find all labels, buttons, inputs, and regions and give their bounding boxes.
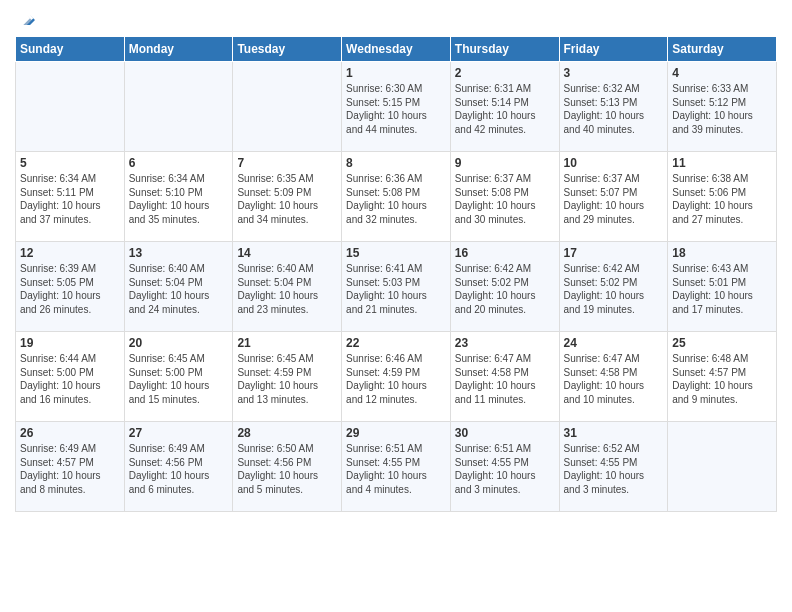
day-number: 27 [129,426,229,440]
calendar-cell: 13Sunrise: 6:40 AMSunset: 5:04 PMDayligh… [124,242,233,332]
day-details: Sunrise: 6:43 AMSunset: 5:01 PMDaylight:… [672,262,772,316]
day-header-sunday: Sunday [16,37,125,62]
day-number: 20 [129,336,229,350]
calendar-cell: 31Sunrise: 6:52 AMSunset: 4:55 PMDayligh… [559,422,668,512]
calendar-cell [124,62,233,152]
day-number: 23 [455,336,555,350]
day-details: Sunrise: 6:40 AMSunset: 5:04 PMDaylight:… [237,262,337,316]
calendar-cell: 22Sunrise: 6:46 AMSunset: 4:59 PMDayligh… [342,332,451,422]
calendar-cell: 26Sunrise: 6:49 AMSunset: 4:57 PMDayligh… [16,422,125,512]
day-details: Sunrise: 6:41 AMSunset: 5:03 PMDaylight:… [346,262,446,316]
calendar-cell: 9Sunrise: 6:37 AMSunset: 5:08 PMDaylight… [450,152,559,242]
day-number: 18 [672,246,772,260]
day-number: 3 [564,66,664,80]
calendar-cell: 16Sunrise: 6:42 AMSunset: 5:02 PMDayligh… [450,242,559,332]
calendar-cell: 10Sunrise: 6:37 AMSunset: 5:07 PMDayligh… [559,152,668,242]
day-details: Sunrise: 6:44 AMSunset: 5:00 PMDaylight:… [20,352,120,406]
day-number: 31 [564,426,664,440]
day-header-saturday: Saturday [668,37,777,62]
day-number: 30 [455,426,555,440]
day-details: Sunrise: 6:39 AMSunset: 5:05 PMDaylight:… [20,262,120,316]
calendar-cell [16,62,125,152]
calendar-cell: 23Sunrise: 6:47 AMSunset: 4:58 PMDayligh… [450,332,559,422]
calendar-cell: 15Sunrise: 6:41 AMSunset: 5:03 PMDayligh… [342,242,451,332]
calendar-cell: 25Sunrise: 6:48 AMSunset: 4:57 PMDayligh… [668,332,777,422]
day-number: 13 [129,246,229,260]
day-number: 17 [564,246,664,260]
logo-icon [15,10,35,30]
day-number: 10 [564,156,664,170]
day-details: Sunrise: 6:52 AMSunset: 4:55 PMDaylight:… [564,442,664,496]
day-number: 1 [346,66,446,80]
day-number: 9 [455,156,555,170]
day-details: Sunrise: 6:47 AMSunset: 4:58 PMDaylight:… [455,352,555,406]
day-number: 15 [346,246,446,260]
calendar-body: 1Sunrise: 6:30 AMSunset: 5:15 PMDaylight… [16,62,777,512]
day-number: 22 [346,336,446,350]
day-details: Sunrise: 6:51 AMSunset: 4:55 PMDaylight:… [346,442,446,496]
day-details: Sunrise: 6:30 AMSunset: 5:15 PMDaylight:… [346,82,446,136]
calendar-cell: 7Sunrise: 6:35 AMSunset: 5:09 PMDaylight… [233,152,342,242]
day-details: Sunrise: 6:45 AMSunset: 4:59 PMDaylight:… [237,352,337,406]
calendar-week-4: 19Sunrise: 6:44 AMSunset: 5:00 PMDayligh… [16,332,777,422]
calendar-week-5: 26Sunrise: 6:49 AMSunset: 4:57 PMDayligh… [16,422,777,512]
day-details: Sunrise: 6:46 AMSunset: 4:59 PMDaylight:… [346,352,446,406]
day-header-tuesday: Tuesday [233,37,342,62]
day-header-wednesday: Wednesday [342,37,451,62]
day-number: 12 [20,246,120,260]
day-details: Sunrise: 6:50 AMSunset: 4:56 PMDaylight:… [237,442,337,496]
day-number: 11 [672,156,772,170]
calendar-header: SundayMondayTuesdayWednesdayThursdayFrid… [16,37,777,62]
calendar-cell: 11Sunrise: 6:38 AMSunset: 5:06 PMDayligh… [668,152,777,242]
day-details: Sunrise: 6:40 AMSunset: 5:04 PMDaylight:… [129,262,229,316]
day-details: Sunrise: 6:33 AMSunset: 5:12 PMDaylight:… [672,82,772,136]
day-number: 8 [346,156,446,170]
calendar-cell: 1Sunrise: 6:30 AMSunset: 5:15 PMDaylight… [342,62,451,152]
day-details: Sunrise: 6:47 AMSunset: 4:58 PMDaylight:… [564,352,664,406]
day-details: Sunrise: 6:51 AMSunset: 4:55 PMDaylight:… [455,442,555,496]
calendar-cell: 21Sunrise: 6:45 AMSunset: 4:59 PMDayligh… [233,332,342,422]
day-number: 21 [237,336,337,350]
day-details: Sunrise: 6:49 AMSunset: 4:56 PMDaylight:… [129,442,229,496]
day-details: Sunrise: 6:48 AMSunset: 4:57 PMDaylight:… [672,352,772,406]
calendar-cell [233,62,342,152]
calendar-cell: 19Sunrise: 6:44 AMSunset: 5:00 PMDayligh… [16,332,125,422]
day-details: Sunrise: 6:37 AMSunset: 5:07 PMDaylight:… [564,172,664,226]
calendar-week-3: 12Sunrise: 6:39 AMSunset: 5:05 PMDayligh… [16,242,777,332]
day-details: Sunrise: 6:37 AMSunset: 5:08 PMDaylight:… [455,172,555,226]
day-number: 28 [237,426,337,440]
day-number: 2 [455,66,555,80]
day-details: Sunrise: 6:42 AMSunset: 5:02 PMDaylight:… [564,262,664,316]
calendar-cell: 14Sunrise: 6:40 AMSunset: 5:04 PMDayligh… [233,242,342,332]
day-number: 4 [672,66,772,80]
calendar-cell: 5Sunrise: 6:34 AMSunset: 5:11 PMDaylight… [16,152,125,242]
day-details: Sunrise: 6:45 AMSunset: 5:00 PMDaylight:… [129,352,229,406]
day-header-monday: Monday [124,37,233,62]
calendar-cell: 3Sunrise: 6:32 AMSunset: 5:13 PMDaylight… [559,62,668,152]
calendar-cell: 18Sunrise: 6:43 AMSunset: 5:01 PMDayligh… [668,242,777,332]
page-header [15,10,777,30]
calendar-cell: 20Sunrise: 6:45 AMSunset: 5:00 PMDayligh… [124,332,233,422]
calendar-cell: 8Sunrise: 6:36 AMSunset: 5:08 PMDaylight… [342,152,451,242]
calendar-cell: 2Sunrise: 6:31 AMSunset: 5:14 PMDaylight… [450,62,559,152]
day-number: 5 [20,156,120,170]
day-header-thursday: Thursday [450,37,559,62]
calendar-cell: 27Sunrise: 6:49 AMSunset: 4:56 PMDayligh… [124,422,233,512]
day-details: Sunrise: 6:49 AMSunset: 4:57 PMDaylight:… [20,442,120,496]
day-details: Sunrise: 6:36 AMSunset: 5:08 PMDaylight:… [346,172,446,226]
day-number: 24 [564,336,664,350]
calendar-cell: 29Sunrise: 6:51 AMSunset: 4:55 PMDayligh… [342,422,451,512]
calendar-table: SundayMondayTuesdayWednesdayThursdayFrid… [15,36,777,512]
header-row: SundayMondayTuesdayWednesdayThursdayFrid… [16,37,777,62]
day-number: 16 [455,246,555,260]
day-number: 25 [672,336,772,350]
calendar-cell: 4Sunrise: 6:33 AMSunset: 5:12 PMDaylight… [668,62,777,152]
day-details: Sunrise: 6:31 AMSunset: 5:14 PMDaylight:… [455,82,555,136]
calendar-week-1: 1Sunrise: 6:30 AMSunset: 5:15 PMDaylight… [16,62,777,152]
calendar-cell: 30Sunrise: 6:51 AMSunset: 4:55 PMDayligh… [450,422,559,512]
calendar-cell: 28Sunrise: 6:50 AMSunset: 4:56 PMDayligh… [233,422,342,512]
calendar-week-2: 5Sunrise: 6:34 AMSunset: 5:11 PMDaylight… [16,152,777,242]
calendar-cell: 12Sunrise: 6:39 AMSunset: 5:05 PMDayligh… [16,242,125,332]
logo [15,10,37,30]
calendar-cell: 6Sunrise: 6:34 AMSunset: 5:10 PMDaylight… [124,152,233,242]
